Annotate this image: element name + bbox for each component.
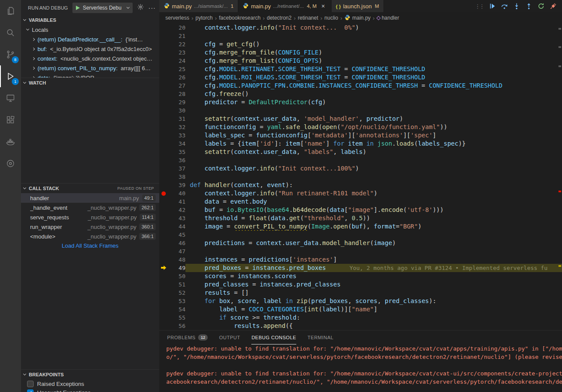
code-line[interactable]: 42 buf = io.BytesIO(base64.b64decode(dat… — [159, 206, 562, 214]
load-all-stack-frames-link[interactable]: Load All Stack Frames — [21, 241, 159, 251]
line-number[interactable]: 48 — [169, 256, 185, 264]
gutter-glyph-margin[interactable] — [159, 206, 169, 214]
gutter-glyph-margin[interactable] — [159, 231, 169, 239]
stack-frame-row[interactable]: <module>_nuclio_wrapper.py366:1 — [21, 232, 159, 241]
remote-explorer-icon[interactable] — [0, 87, 21, 109]
code-line[interactable]: 27 cfg.MODEL.PANOPTIC_FPN.COMBINE.INSTAN… — [159, 82, 562, 90]
line-number[interactable]: 56 — [169, 322, 185, 330]
line-number[interactable]: 30 — [169, 106, 185, 115]
line-number[interactable]: 45 — [169, 231, 185, 239]
code-line[interactable]: 48 instances = predictions['instances'] — [159, 256, 562, 264]
line-number[interactable]: 25 — [169, 65, 185, 73]
breadcrumb-item-pytorch[interactable]: pytorch — [195, 15, 212, 21]
line-number[interactable]: 36 — [169, 156, 185, 164]
gutter-glyph-margin[interactable] — [159, 57, 169, 65]
gutter-glyph-margin[interactable] — [159, 247, 169, 256]
line-number[interactable]: 43 — [169, 214, 185, 222]
line-number[interactable]: 33 — [169, 131, 185, 140]
gutter-glyph-margin[interactable] — [159, 32, 169, 40]
line-number[interactable]: 55 — [169, 314, 185, 322]
gutter-glyph-margin[interactable] — [159, 314, 169, 322]
line-number[interactable]: 47 — [169, 247, 185, 256]
panel-tab-problems[interactable]: PROBLEMS12 — [167, 331, 208, 344]
line-number[interactable]: 50 — [169, 272, 185, 280]
breadcrumb-item-nuclio[interactable]: nuclio — [325, 15, 338, 21]
breadcrumb-item-detectron2[interactable]: detectron2 — [267, 15, 291, 21]
line-number[interactable]: 21 — [169, 32, 185, 40]
gutter-glyph-margin[interactable] — [159, 98, 169, 106]
call-stack-section-header[interactable]: CALL STACK PAUSED ON STEP — [21, 184, 159, 193]
launch-config-dropdown[interactable]: Serverless Debu — [72, 3, 133, 13]
more-actions-icon[interactable]: ··· — [148, 4, 156, 11]
gutter-glyph-margin[interactable] — [159, 24, 169, 32]
code-line[interactable]: 54 label = COCO_CATEGORIES[int(label)]["… — [159, 305, 562, 314]
gear-icon[interactable] — [137, 3, 144, 12]
code-line[interactable]: 29 predictor = DefaultPredictor(cfg) — [159, 98, 562, 106]
code-line[interactable]: 44 image = convert_PIL_to_numpy(Image.op… — [159, 222, 562, 231]
overview-ruler[interactable] — [558, 24, 562, 330]
tab-main.py[interactable]: main.py.../retinanet/...4, M× — [238, 0, 331, 12]
breadcrumb-item-retinanet[interactable]: retinanet — [298, 15, 319, 21]
tab-launch.json[interactable]: { }launch.jsonM — [332, 0, 384, 12]
line-number[interactable]: 24 — [169, 57, 185, 65]
gutter-glyph-margin[interactable] — [159, 222, 169, 231]
gutter-glyph-margin[interactable] — [159, 48, 169, 57]
breakpoint-row[interactable]: Raised Exceptions — [21, 379, 159, 388]
code-line[interactable]: 30 — [159, 106, 562, 115]
panel-tab-terminal[interactable]: TERMINAL — [308, 331, 334, 344]
stack-frame-row[interactable]: serve_requests_nuclio_wrapper.py114:1 — [21, 212, 159, 222]
breakpoint-row[interactable]: ✓Uncaught Exceptions — [21, 388, 159, 392]
code-line[interactable]: 47 — [159, 247, 562, 256]
step-over-button[interactable] — [501, 3, 508, 10]
variable-row[interactable]: (return) convert_PIL_to_numpy:array([[[ … — [21, 63, 159, 73]
start-debug-icon[interactable] — [76, 6, 80, 10]
code-line[interactable]: 55 if score >= threshold: — [159, 314, 562, 322]
explorer-icon[interactable] — [0, 0, 21, 22]
code-line[interactable]: 37 context.logger.info("Init context...1… — [159, 164, 562, 173]
search-icon[interactable] — [0, 22, 21, 44]
line-number[interactable]: 28 — [169, 90, 185, 98]
disconnect-button[interactable] — [550, 3, 557, 10]
gutter-glyph-margin[interactable] — [159, 173, 169, 181]
code-line[interactable]: 41 data = event.body — [159, 198, 562, 206]
line-number[interactable]: 38 — [169, 173, 185, 181]
code-line[interactable]: 26 cfg.MODEL.ROI_HEADS.SCORE_THRESH_TEST… — [159, 73, 562, 82]
stack-frame-row[interactable]: run_wrapper_nuclio_wrapper.py360:1 — [21, 222, 159, 232]
variables-section-header[interactable]: VARIABLES — [21, 15, 159, 25]
close-icon[interactable]: × — [320, 3, 327, 10]
code-line[interactable]: 23 cfg.merge_from_file(CONFIG_FILE) — [159, 48, 562, 57]
gutter-glyph-margin[interactable] — [159, 164, 169, 173]
variable-row[interactable]: data:{'image': 'iVBOR… — [21, 73, 159, 78]
code-line[interactable]: 51 pred_classes = instances.pred_classes — [159, 280, 562, 289]
gutter-glyph-margin[interactable] — [159, 272, 169, 280]
gutter-glyph-margin[interactable] — [159, 123, 169, 131]
docker-icon[interactable] — [0, 131, 21, 153]
code-line[interactable]: 50 scores = instances.scores — [159, 272, 562, 280]
line-number[interactable]: 39 — [169, 181, 185, 189]
line-number[interactable]: 22 — [169, 40, 185, 48]
variable-row[interactable]: buf:<_io.BytesIO object at 0x7f5a2dc1ecc… — [21, 44, 159, 54]
code-line[interactable]: 46 predictions = context.user_data.model… — [159, 239, 562, 247]
breakpoints-section-header[interactable]: BREAKPOINTS — [21, 370, 159, 379]
code-line[interactable]: 49 pred_boxes = instances.pred_boxesYou,… — [159, 264, 562, 272]
test-explorer-icon[interactable] — [0, 153, 21, 174]
gutter-glyph-margin[interactable] — [159, 280, 169, 289]
stack-frame-row[interactable]: handlermain.py49:1 — [21, 193, 159, 203]
gutter-glyph-margin[interactable] — [159, 131, 169, 140]
gutter-glyph-margin[interactable] — [159, 239, 169, 247]
breakpoint-icon[interactable] — [161, 191, 166, 196]
gutter-glyph-margin[interactable] — [159, 156, 169, 164]
line-number[interactable]: 29 — [169, 98, 185, 106]
run-and-debug-icon[interactable]: 1 — [0, 65, 21, 87]
code-line[interactable]: 34 labels = {item['id']: item['name'] fo… — [159, 140, 562, 148]
gutter-glyph-margin[interactable] — [159, 181, 169, 189]
checkbox[interactable]: ✓ — [27, 389, 34, 392]
code-line[interactable]: 39def handler(context, event): — [159, 181, 562, 189]
stack-frame-row[interactable]: _handle_event_nuclio_wrapper.py262:1 — [21, 203, 159, 212]
code-editor[interactable]: 20 context.logger.info("Init context... … — [159, 24, 562, 330]
gutter-glyph-margin[interactable] — [159, 65, 169, 73]
line-number[interactable]: 23 — [169, 48, 185, 57]
breadcrumb-item-main.py[interactable]: main.py — [344, 14, 370, 22]
code-line[interactable]: 25 cfg.MODEL.RETINANET.SCORE_THRESH_TEST… — [159, 65, 562, 73]
gutter-glyph-margin[interactable] — [159, 305, 169, 314]
